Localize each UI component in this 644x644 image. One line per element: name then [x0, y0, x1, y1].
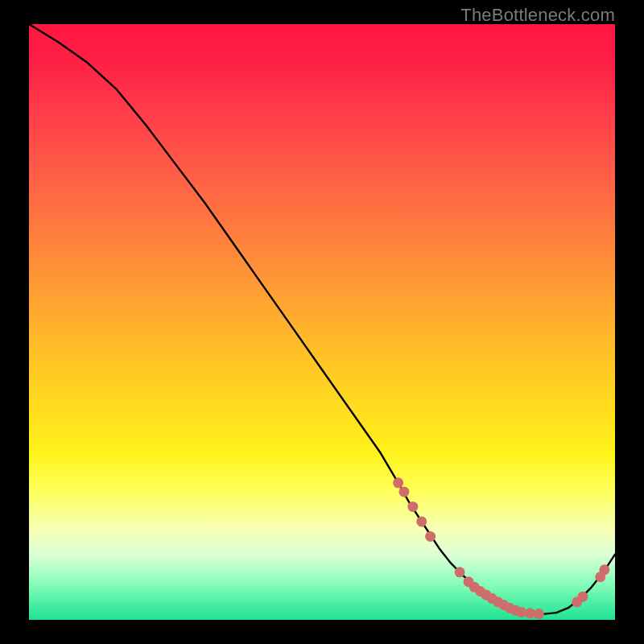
- data-marker: [407, 502, 418, 512]
- data-marker: [534, 609, 544, 619]
- data-marker: [577, 592, 588, 602]
- watermark-text: TheBottleneck.com: [460, 5, 615, 26]
- data-marker: [599, 564, 609, 575]
- data-marker: [416, 516, 427, 526]
- bottleneck-curve: [29, 24, 615, 614]
- data-markers: [393, 477, 609, 619]
- chart-overlay: [29, 24, 615, 620]
- data-marker: [398, 486, 409, 497]
- data-marker: [425, 531, 436, 542]
- chart-frame: TheBottleneck.com: [0, 0, 644, 644]
- data-marker: [455, 567, 465, 577]
- data-marker: [393, 477, 403, 488]
- data-marker: [516, 607, 526, 617]
